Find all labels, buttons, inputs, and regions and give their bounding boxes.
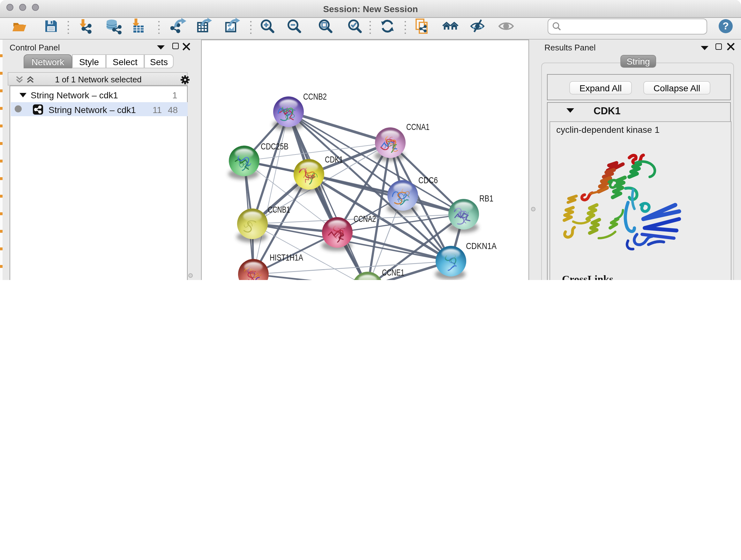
svg-text:CCNA1: CCNA1 (406, 122, 429, 132)
svg-text:CCNB2: CCNB2 (303, 91, 327, 102)
svg-text:CDC25B: CDC25B (261, 141, 288, 151)
svg-text:HIST1H1A: HIST1H1A (270, 253, 303, 262)
svg-text:CCNA2: CCNA2 (354, 214, 376, 224)
svg-text:CDKN1A: CDKN1A (466, 241, 496, 251)
svg-text:CCNE1: CCNE1 (382, 267, 404, 277)
svg-text:CDK1: CDK1 (325, 154, 343, 165)
svg-text:RB1: RB1 (479, 193, 493, 203)
svg-text:CCNB1: CCNB1 (268, 205, 290, 214)
svg-text:CDC6: CDC6 (418, 175, 438, 185)
